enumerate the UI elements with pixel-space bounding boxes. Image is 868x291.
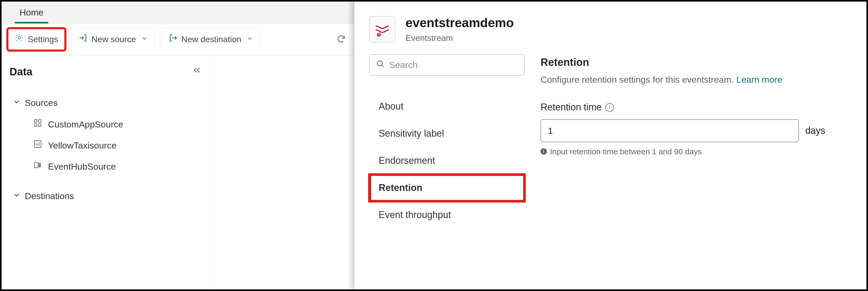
- tree-section-label: Destinations: [25, 190, 74, 202]
- learn-more-link[interactable]: Learn more: [737, 75, 782, 84]
- chevron-down-icon: [13, 97, 21, 109]
- svg-point-0: [18, 37, 21, 39]
- retention-hint-text: Input retention time between 1 and 90 da…: [550, 146, 702, 157]
- data-pane: Data Sources: [2, 55, 210, 291]
- svg-point-11: [377, 61, 382, 66]
- search-icon: [376, 60, 384, 70]
- source-arrow-in-icon: [78, 33, 88, 45]
- svg-rect-1: [34, 119, 37, 122]
- collapse-pane-button[interactable]: [192, 66, 202, 77]
- nav-event-throughput[interactable]: Event throughput: [369, 202, 525, 228]
- nav-retention[interactable]: Retention: [369, 174, 512, 202]
- source-item-label: EventHubSource: [48, 161, 116, 172]
- panel-subtype: Eventstream: [405, 33, 514, 44]
- svg-point-8: [39, 165, 40, 166]
- event-hub-icon: [33, 161, 42, 172]
- retention-unit: days: [805, 124, 825, 137]
- toolbar: Settings New source: [2, 24, 354, 55]
- retention-time-input[interactable]: [540, 119, 799, 142]
- retention-hint: i Input retention time between 1 and 90 …: [540, 146, 851, 157]
- retention-time-label-text: Retention time: [540, 101, 602, 113]
- svg-point-9: [39, 166, 40, 167]
- svg-rect-6: [34, 162, 38, 168]
- source-item[interactable]: CustomAppSource: [33, 114, 202, 135]
- eventstream-icon: [369, 16, 396, 42]
- gear-icon: [14, 33, 24, 45]
- new-source-label: New source: [92, 34, 136, 45]
- source-item[interactable]: EventHubSource: [33, 156, 202, 177]
- refresh-button[interactable]: [334, 30, 348, 49]
- svg-rect-3: [34, 124, 37, 126]
- destination-arrow-out-icon: [168, 33, 178, 45]
- settings-panel: eventstreamdemo Eventstream About Sensit…: [354, 2, 866, 289]
- settings-search[interactable]: [369, 54, 525, 76]
- retention-description: Configure retention settings for this ev…: [540, 74, 851, 85]
- new-destination-button[interactable]: New destination: [161, 28, 261, 50]
- source-item[interactable]: YellowTaxisource: [33, 135, 202, 156]
- chevron-double-left-icon: [192, 67, 202, 76]
- new-destination-label: New destination: [181, 34, 242, 45]
- info-dot-icon: i: [540, 148, 547, 155]
- settings-button[interactable]: Settings: [7, 28, 65, 50]
- info-icon[interactable]: i: [606, 103, 614, 112]
- chevron-down-icon: [246, 34, 253, 45]
- tree-section-sources[interactable]: Sources: [9, 92, 202, 114]
- nav-sensitivity-label[interactable]: Sensitivity label: [369, 120, 525, 147]
- settings-button-label: Settings: [28, 34, 58, 45]
- bar-chart-icon: [33, 140, 42, 151]
- data-pane-title: Data: [9, 65, 32, 78]
- svg-rect-4: [38, 124, 41, 126]
- retention-heading: Retention: [540, 55, 851, 69]
- settings-search-input[interactable]: [389, 60, 518, 70]
- nav-about[interactable]: About: [369, 93, 525, 120]
- source-item-label: YellowTaxisource: [48, 140, 117, 151]
- chevron-down-icon: [13, 190, 21, 202]
- new-source-button[interactable]: New source: [71, 28, 155, 50]
- svg-point-7: [39, 163, 40, 164]
- tab-home[interactable]: Home: [12, 2, 51, 24]
- tree-section-destinations[interactable]: Destinations: [9, 185, 202, 207]
- tree-section-label: Sources: [25, 97, 58, 109]
- retention-description-text: Configure retention settings for this ev…: [540, 75, 737, 84]
- refresh-icon: [336, 41, 346, 44]
- panel-title: eventstreamdemo: [405, 15, 514, 31]
- source-item-label: CustomAppSource: [48, 118, 123, 130]
- svg-rect-2: [38, 119, 41, 122]
- nav-endorsement[interactable]: Endorsement: [369, 147, 525, 174]
- retention-time-label: Retention time i: [540, 101, 851, 113]
- canvas-area: [210, 55, 354, 291]
- chevron-down-icon: [141, 34, 148, 45]
- tab-strip: Home: [2, 2, 354, 24]
- app-grid-icon: [33, 118, 42, 130]
